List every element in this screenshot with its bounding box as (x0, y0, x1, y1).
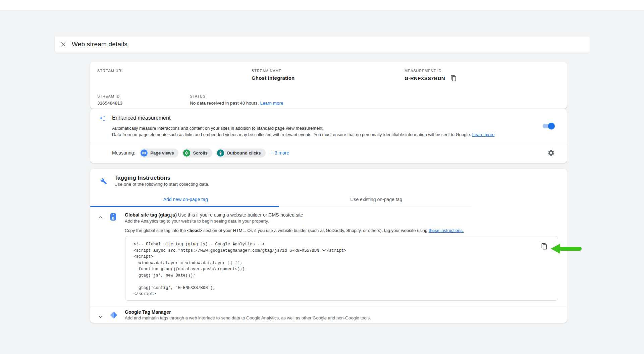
these-instructions-link[interactable]: these instructions. (429, 228, 464, 233)
toggle-knob (548, 123, 555, 129)
stream-id-field: STREAM ID 3365484813 (97, 94, 122, 106)
copy-icon (541, 243, 548, 250)
measuring-row: Measuring: Page views Scrolls (112, 143, 289, 163)
gtag-icon: g (110, 213, 117, 221)
svg-text:g: g (112, 216, 114, 220)
gtag-section-description: Add the Analytics tag to your website to… (125, 219, 269, 224)
close-button[interactable] (58, 39, 69, 50)
page-background: Web stream details STREAM URL STREAM NAM… (0, 0, 644, 362)
wrench-icon (100, 178, 107, 185)
instruction-mid: section of your HTML. Or, if you use a w… (202, 228, 429, 233)
status-value: No data received in past 48 hours. (190, 101, 259, 106)
bottom-white-strip (0, 354, 644, 362)
gtag-title-rest: Use this if you're using a website build… (177, 212, 303, 218)
status-learn-more-link[interactable]: Learn more (260, 101, 283, 106)
card-divider (90, 307, 567, 307)
gtag-code-block: <!-- Global site tag (gtag.js) - Google … (125, 236, 558, 301)
tagging-instructions-subtitle: Use one of the following to start collec… (114, 182, 209, 187)
gtm-title: Google Tag Manager (125, 309, 171, 315)
stream-name-label: STREAM NAME (252, 69, 294, 73)
copy-code-button[interactable] (541, 243, 548, 250)
enhanced-learn-more-link[interactable]: Learn more (472, 132, 494, 137)
collapse-gtag-button[interactable] (98, 215, 104, 221)
stream-url-label: STREAM URL (97, 69, 124, 73)
active-tab-underline (90, 206, 279, 207)
measuring-label: Measuring: (112, 150, 135, 156)
chip-label: Scrolls (193, 150, 207, 156)
head-tag-token: <head> (187, 229, 202, 233)
copy-icon (450, 75, 457, 81)
tab-add-new-on-page-tag[interactable]: Add new on-page tag (90, 192, 281, 206)
chip-scrolls: Scrolls (182, 148, 212, 158)
measurement-id-value: G-RNFXSS7BDN (405, 75, 445, 81)
stream-details-card: STREAM URL STREAM NAME Ghost Integration… (90, 62, 567, 109)
sparkle-icon (98, 115, 106, 123)
enhanced-measurement-description: Automatically measure interactions and c… (112, 125, 527, 138)
gtag-title-bold: Global site tag (gtag.js) (125, 212, 177, 218)
enhanced-measurement-toggle[interactable] (542, 123, 555, 129)
eye-icon (141, 149, 148, 157)
gtm-section-title: Google Tag Manager (125, 309, 171, 315)
chevron-down-icon (98, 314, 104, 320)
enhanced-measurement-title: Enhanced measurement (112, 115, 170, 121)
status-label: STATUS (190, 94, 283, 98)
scroll-icon (183, 149, 190, 157)
enhanced-measurement-card: Enhanced measurement Automatically measu… (90, 109, 567, 163)
stream-url-field: STREAM URL (97, 69, 124, 75)
tagging-instructions-card: Tagging Instructions Use one of the foll… (90, 169, 567, 323)
chip-label: Page views (150, 150, 174, 156)
stream-id-label: STREAM ID (97, 94, 122, 98)
chip-label: Outbound clicks (227, 150, 261, 156)
close-icon (60, 41, 66, 47)
stream-name-field: STREAM NAME Ghost Integration (252, 69, 294, 81)
copy-measurement-id-button[interactable] (450, 75, 457, 81)
gtag-section-title: Global site tag (gtag.js) Use this if yo… (125, 212, 303, 218)
expand-gtm-button[interactable] (98, 314, 104, 320)
gear-icon (547, 149, 555, 157)
panel-header: Web stream details (55, 37, 590, 52)
measurement-id-label: MEASUREMENT ID (405, 69, 457, 73)
tab-use-existing-on-page-tag[interactable]: Use existing on-page tag (281, 192, 472, 206)
measurement-id-field: MEASUREMENT ID G-RNFXSS7BDN (405, 69, 457, 81)
instruction-pre: Copy the global site tag into the (125, 228, 187, 233)
annotation-arrow (551, 243, 582, 254)
measuring-settings-button[interactable] (547, 149, 555, 157)
top-white-strip (0, 0, 644, 10)
google-tag-manager-icon (110, 311, 118, 319)
stream-id-value: 3365484813 (97, 101, 122, 106)
tag-method-tabs: Add new on-page tag Use existing on-page… (90, 192, 472, 206)
stream-name-value: Ghost Integration (252, 75, 294, 81)
gtag-instruction: Copy the global site tag into the <head>… (125, 228, 464, 233)
chip-outbound-clicks: Outbound clicks (216, 148, 266, 158)
chevron-up-icon (98, 215, 104, 221)
enhanced-desc-line2: Data from on-page elements such as links… (112, 132, 471, 137)
enhanced-desc-line1: Automatically measure interactions and c… (112, 126, 324, 131)
chip-page-views: Page views (140, 148, 178, 158)
tagging-instructions-title: Tagging Instructions (114, 175, 170, 181)
page-title: Web stream details (72, 41, 127, 48)
gtag-code: <!-- Global site tag (gtag.js) - Google … (125, 236, 558, 302)
mouse-icon (217, 149, 224, 157)
gtm-section-description: Add and maintain tags through a web inte… (125, 315, 371, 320)
more-events-link[interactable]: + 3 more (271, 150, 289, 156)
status-field: STATUS No data received in past 48 hours… (190, 94, 283, 106)
